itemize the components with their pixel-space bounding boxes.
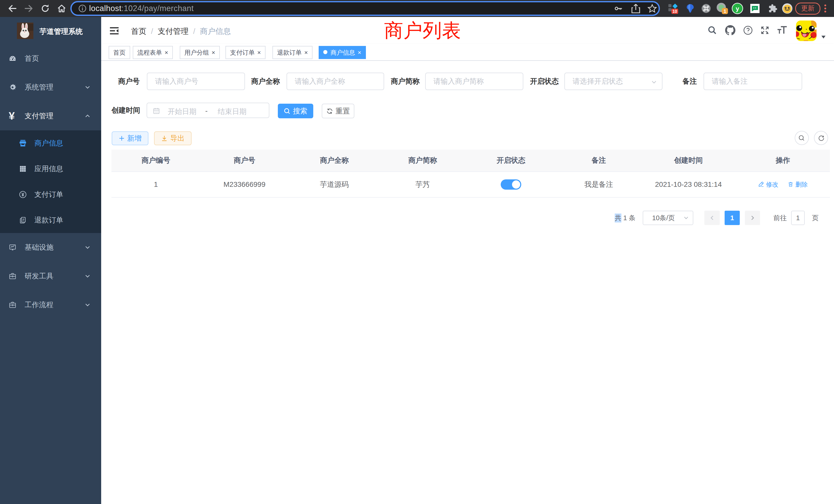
svg-text:y: y (736, 5, 739, 12)
svg-text:1: 1 (724, 8, 726, 14)
svg-text:10: 10 (673, 9, 677, 14)
